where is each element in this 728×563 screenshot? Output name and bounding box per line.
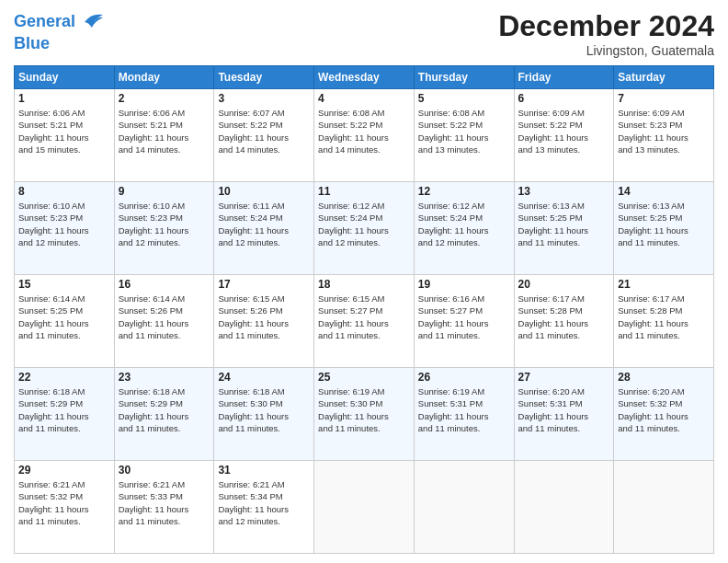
table-row: 28Sunrise: 6:20 AMSunset: 5:32 PMDayligh… bbox=[614, 368, 714, 461]
header: General Blue December 2024 Livingston, G… bbox=[14, 9, 714, 58]
col-monday: Monday bbox=[114, 66, 214, 89]
table-row: 10Sunrise: 6:11 AMSunset: 5:24 PMDayligh… bbox=[214, 182, 314, 275]
table-row: 20Sunrise: 6:17 AMSunset: 5:28 PMDayligh… bbox=[514, 275, 614, 368]
table-row: 30Sunrise: 6:21 AMSunset: 5:33 PMDayligh… bbox=[114, 461, 214, 554]
table-row bbox=[514, 461, 614, 554]
day-info: Sunrise: 6:11 AMSunset: 5:24 PMDaylight:… bbox=[218, 200, 310, 248]
day-info: Sunrise: 6:15 AMSunset: 5:26 PMDaylight:… bbox=[218, 293, 310, 341]
table-row: 17Sunrise: 6:15 AMSunset: 5:26 PMDayligh… bbox=[214, 275, 314, 368]
day-info: Sunrise: 6:08 AMSunset: 5:22 PMDaylight:… bbox=[318, 107, 410, 155]
table-row: 31Sunrise: 6:21 AMSunset: 5:34 PMDayligh… bbox=[214, 461, 314, 554]
table-row: 13Sunrise: 6:13 AMSunset: 5:25 PMDayligh… bbox=[514, 182, 614, 275]
table-row: 22Sunrise: 6:18 AMSunset: 5:29 PMDayligh… bbox=[15, 368, 115, 461]
day-info: Sunrise: 6:14 AMSunset: 5:26 PMDaylight:… bbox=[119, 293, 210, 341]
day-number: 13 bbox=[518, 185, 610, 198]
day-number: 4 bbox=[318, 92, 410, 105]
day-info: Sunrise: 6:17 AMSunset: 5:28 PMDaylight:… bbox=[518, 293, 610, 341]
day-info: Sunrise: 6:18 AMSunset: 5:30 PMDaylight:… bbox=[218, 385, 310, 434]
table-row: 15Sunrise: 6:14 AMSunset: 5:25 PMDayligh… bbox=[15, 275, 115, 368]
day-number: 18 bbox=[318, 278, 410, 291]
day-number: 5 bbox=[418, 92, 510, 105]
table-row: 26Sunrise: 6:19 AMSunset: 5:31 PMDayligh… bbox=[414, 368, 514, 461]
table-row: 1Sunrise: 6:06 AMSunset: 5:21 PMDaylight… bbox=[15, 89, 115, 182]
table-row: 3Sunrise: 6:07 AMSunset: 5:22 PMDaylight… bbox=[214, 89, 314, 182]
logo-blue: Blue bbox=[14, 35, 105, 53]
calendar-week-row: 15Sunrise: 6:14 AMSunset: 5:25 PMDayligh… bbox=[15, 275, 714, 368]
calendar-week-row: 8Sunrise: 6:10 AMSunset: 5:23 PMDaylight… bbox=[15, 182, 714, 275]
day-number: 17 bbox=[218, 278, 310, 291]
day-number: 26 bbox=[418, 371, 510, 384]
table-row bbox=[414, 461, 514, 554]
day-info: Sunrise: 6:07 AMSunset: 5:22 PMDaylight:… bbox=[218, 107, 310, 155]
day-number: 1 bbox=[18, 92, 110, 105]
logo: General Blue bbox=[14, 9, 105, 53]
col-friday: Friday bbox=[514, 66, 614, 89]
table-row: 25Sunrise: 6:19 AMSunset: 5:30 PMDayligh… bbox=[314, 368, 415, 461]
day-info: Sunrise: 6:09 AMSunset: 5:23 PMDaylight:… bbox=[618, 107, 710, 155]
day-number: 9 bbox=[119, 185, 210, 198]
day-info: Sunrise: 6:10 AMSunset: 5:23 PMDaylight:… bbox=[18, 200, 110, 248]
table-row: 4Sunrise: 6:08 AMSunset: 5:22 PMDaylight… bbox=[314, 89, 415, 182]
col-thursday: Thursday bbox=[414, 66, 514, 89]
table-row: 2Sunrise: 6:06 AMSunset: 5:21 PMDaylight… bbox=[114, 89, 214, 182]
day-info: Sunrise: 6:14 AMSunset: 5:25 PMDaylight:… bbox=[18, 293, 110, 341]
day-number: 6 bbox=[518, 92, 610, 105]
table-row: 7Sunrise: 6:09 AMSunset: 5:23 PMDaylight… bbox=[614, 89, 714, 182]
logo-bird-icon bbox=[77, 9, 105, 35]
day-number: 22 bbox=[18, 371, 110, 384]
day-info: Sunrise: 6:20 AMSunset: 5:31 PMDaylight:… bbox=[518, 385, 610, 434]
table-row: 23Sunrise: 6:18 AMSunset: 5:29 PMDayligh… bbox=[114, 368, 214, 461]
day-number: 11 bbox=[318, 185, 410, 198]
calendar-week-row: 29Sunrise: 6:21 AMSunset: 5:32 PMDayligh… bbox=[15, 461, 714, 554]
col-tuesday: Tuesday bbox=[214, 66, 314, 89]
day-info: Sunrise: 6:06 AMSunset: 5:21 PMDaylight:… bbox=[119, 107, 210, 155]
location-subtitle: Livingston, Guatemala bbox=[498, 43, 714, 58]
table-row: 29Sunrise: 6:21 AMSunset: 5:32 PMDayligh… bbox=[15, 461, 115, 554]
table-row: 9Sunrise: 6:10 AMSunset: 5:23 PMDaylight… bbox=[114, 182, 214, 275]
day-info: Sunrise: 6:12 AMSunset: 5:24 PMDaylight:… bbox=[318, 200, 410, 248]
day-number: 2 bbox=[119, 92, 210, 105]
calendar-table: Sunday Monday Tuesday Wednesday Thursday… bbox=[14, 65, 714, 554]
day-info: Sunrise: 6:17 AMSunset: 5:28 PMDaylight:… bbox=[618, 293, 710, 341]
day-info: Sunrise: 6:21 AMSunset: 5:33 PMDaylight:… bbox=[119, 478, 210, 527]
col-saturday: Saturday bbox=[614, 66, 714, 89]
table-row: 12Sunrise: 6:12 AMSunset: 5:24 PMDayligh… bbox=[414, 182, 514, 275]
calendar-week-row: 1Sunrise: 6:06 AMSunset: 5:21 PMDaylight… bbox=[15, 89, 714, 182]
calendar-week-row: 22Sunrise: 6:18 AMSunset: 5:29 PMDayligh… bbox=[15, 368, 714, 461]
month-title: December 2024 bbox=[498, 9, 714, 43]
page: General Blue December 2024 Livingston, G… bbox=[0, 0, 728, 563]
day-number: 7 bbox=[618, 92, 710, 105]
col-sunday: Sunday bbox=[15, 66, 115, 89]
day-number: 12 bbox=[418, 185, 510, 198]
table-row: 24Sunrise: 6:18 AMSunset: 5:30 PMDayligh… bbox=[214, 368, 314, 461]
day-info: Sunrise: 6:21 AMSunset: 5:32 PMDaylight:… bbox=[18, 478, 110, 527]
col-wednesday: Wednesday bbox=[314, 66, 415, 89]
day-number: 10 bbox=[218, 185, 310, 198]
day-info: Sunrise: 6:18 AMSunset: 5:29 PMDaylight:… bbox=[18, 385, 110, 434]
table-row: 16Sunrise: 6:14 AMSunset: 5:26 PMDayligh… bbox=[114, 275, 214, 368]
day-number: 29 bbox=[18, 464, 110, 477]
day-number: 25 bbox=[318, 371, 410, 384]
logo-text: General bbox=[14, 13, 75, 31]
day-info: Sunrise: 6:19 AMSunset: 5:30 PMDaylight:… bbox=[318, 385, 410, 434]
day-info: Sunrise: 6:21 AMSunset: 5:34 PMDaylight:… bbox=[218, 478, 310, 527]
table-row: 19Sunrise: 6:16 AMSunset: 5:27 PMDayligh… bbox=[414, 275, 514, 368]
logo-general: General bbox=[14, 12, 75, 30]
day-number: 23 bbox=[119, 371, 210, 384]
table-row: 8Sunrise: 6:10 AMSunset: 5:23 PMDaylight… bbox=[15, 182, 115, 275]
day-number: 24 bbox=[218, 371, 310, 384]
day-number: 16 bbox=[119, 278, 210, 291]
day-number: 30 bbox=[119, 464, 210, 477]
table-row: 11Sunrise: 6:12 AMSunset: 5:24 PMDayligh… bbox=[314, 182, 415, 275]
table-row: 14Sunrise: 6:13 AMSunset: 5:25 PMDayligh… bbox=[614, 182, 714, 275]
calendar-header-row: Sunday Monday Tuesday Wednesday Thursday… bbox=[15, 66, 714, 89]
table-row bbox=[614, 461, 714, 554]
day-number: 31 bbox=[218, 464, 310, 477]
day-number: 15 bbox=[18, 278, 110, 291]
day-number: 20 bbox=[518, 278, 610, 291]
table-row: 6Sunrise: 6:09 AMSunset: 5:22 PMDaylight… bbox=[514, 89, 614, 182]
day-number: 8 bbox=[18, 185, 110, 198]
day-info: Sunrise: 6:16 AMSunset: 5:27 PMDaylight:… bbox=[418, 293, 510, 341]
table-row: 18Sunrise: 6:15 AMSunset: 5:27 PMDayligh… bbox=[314, 275, 415, 368]
table-row bbox=[314, 461, 415, 554]
